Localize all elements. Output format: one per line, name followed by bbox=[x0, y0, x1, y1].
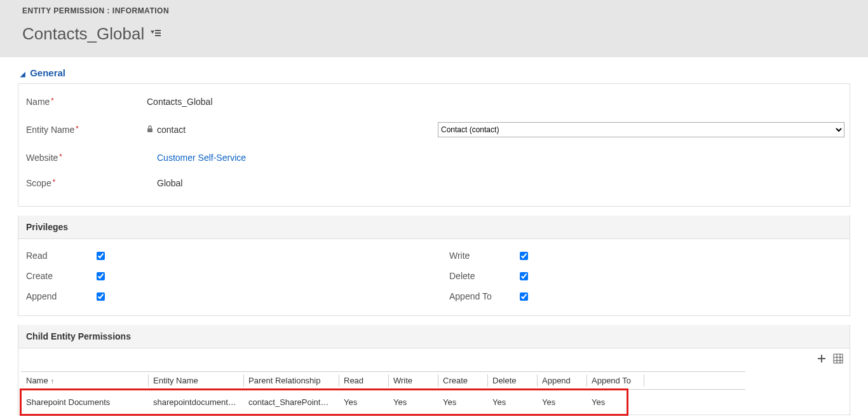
cell-write: Yes bbox=[388, 390, 438, 415]
form-header: ENTITY PERMISSION : INFORMATION Contacts… bbox=[0, 0, 868, 57]
cell-name[interactable]: Sharepoint Documents bbox=[21, 390, 148, 415]
label-appendto: Append To bbox=[447, 291, 520, 301]
col-create[interactable]: Create bbox=[438, 372, 487, 390]
section-general: Name* Contacts_Global Entity Name* conta… bbox=[18, 83, 850, 207]
label-read: Read bbox=[24, 251, 97, 261]
section-general-title: General bbox=[30, 67, 65, 78]
sort-asc-icon: ↑ bbox=[51, 377, 55, 385]
svg-rect-1 bbox=[155, 30, 161, 31]
checkbox-write[interactable] bbox=[520, 252, 528, 260]
checkbox-create[interactable] bbox=[97, 272, 105, 280]
label-website: Website* bbox=[26, 153, 147, 163]
svg-rect-4 bbox=[147, 128, 153, 132]
cell-create: Yes bbox=[438, 390, 487, 415]
label-append: Append bbox=[24, 291, 97, 301]
label-name: Name* bbox=[26, 97, 147, 107]
cell-entity: sharepointdocument… bbox=[148, 390, 243, 415]
col-spacer bbox=[644, 372, 745, 390]
svg-marker-0 bbox=[151, 31, 154, 34]
add-record-icon[interactable] bbox=[817, 354, 827, 366]
col-entity[interactable]: Entity Name bbox=[148, 372, 243, 390]
section-privileges: Read Create Append bbox=[18, 239, 850, 316]
lock-icon bbox=[147, 125, 153, 135]
col-write[interactable]: Write bbox=[388, 372, 438, 390]
cell-appendto: Yes bbox=[587, 390, 644, 415]
section-privileges-header: Privileges bbox=[18, 216, 850, 239]
svg-rect-3 bbox=[155, 35, 161, 36]
value-name[interactable]: Contacts_Global bbox=[147, 97, 213, 107]
col-parent[interactable]: Parent Relationship bbox=[243, 372, 339, 390]
label-write: Write bbox=[447, 251, 520, 261]
svg-rect-7 bbox=[834, 354, 843, 363]
cell-delete: Yes bbox=[487, 390, 537, 415]
label-scope: Scope* bbox=[26, 178, 147, 188]
col-read[interactable]: Read bbox=[339, 372, 388, 390]
cell-append: Yes bbox=[537, 390, 587, 415]
label-entity-name: Entity Name* bbox=[26, 125, 147, 135]
value-website[interactable]: Customer Self-Service bbox=[157, 153, 246, 163]
value-scope[interactable]: Global bbox=[157, 178, 182, 188]
checkbox-read[interactable] bbox=[97, 252, 105, 260]
value-entity-name: contact bbox=[157, 125, 186, 135]
checkbox-append[interactable] bbox=[97, 292, 105, 301]
breadcrumb: ENTITY PERMISSION : INFORMATION bbox=[22, 6, 846, 15]
cell-read: Yes bbox=[339, 390, 388, 415]
section-child-header: Child Entity Permissions bbox=[18, 325, 850, 348]
cell-parent: contact_SharePointD… bbox=[243, 390, 339, 415]
form-selector-icon[interactable] bbox=[151, 29, 161, 39]
section-child: Name↑ Entity Name Parent Relationship Re… bbox=[18, 348, 850, 415]
child-grid: Name↑ Entity Name Parent Relationship Re… bbox=[21, 371, 847, 415]
label-delete: Delete bbox=[447, 271, 520, 281]
table-row[interactable]: Sharepoint Documents sharepointdocument…… bbox=[21, 390, 847, 415]
col-delete[interactable]: Delete bbox=[487, 372, 537, 390]
page-title: Contacts_Global bbox=[22, 24, 144, 44]
caret-down-icon: ◢ bbox=[20, 71, 25, 78]
section-general-header[interactable]: ◢ General bbox=[18, 65, 850, 83]
col-name[interactable]: Name↑ bbox=[21, 372, 148, 390]
svg-rect-2 bbox=[155, 32, 161, 34]
col-append[interactable]: Append bbox=[537, 372, 587, 390]
grid-view-icon[interactable] bbox=[833, 354, 843, 366]
svg-rect-6 bbox=[818, 358, 825, 359]
label-create: Create bbox=[24, 271, 97, 281]
checkbox-delete[interactable] bbox=[520, 272, 528, 280]
col-appendto[interactable]: Append To bbox=[587, 372, 644, 390]
checkbox-appendto[interactable] bbox=[520, 292, 528, 301]
entity-select[interactable]: Contact (contact) bbox=[438, 122, 844, 137]
